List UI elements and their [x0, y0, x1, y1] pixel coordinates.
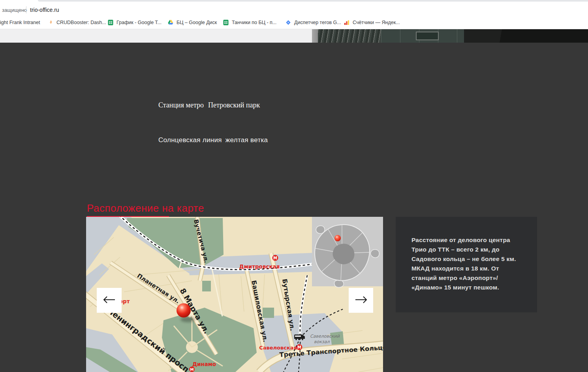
distance-info-box: Расстояние от делового центра Трио до ТТ… [396, 217, 537, 312]
metro-line-row: Солнцевская линия желтая ветка [158, 136, 268, 144]
building-wall [312, 29, 318, 43]
svg-text:вокзал: вокзал [314, 339, 330, 344]
train-icon [294, 334, 305, 340]
google-sheets-icon [223, 19, 229, 26]
minimap-marker [334, 235, 341, 241]
metro-icon-dinamo: М [189, 366, 195, 372]
next-slide-button[interactable] [349, 288, 373, 313]
url-text[interactable]: trio-office.ru [30, 7, 59, 13]
metro-station-value: Петровский парк [208, 101, 260, 109]
distance-info-text: Расстояние от делового центра Трио до ТТ… [411, 235, 523, 292]
yandex-metrica-icon [344, 19, 350, 26]
tab-strip-shade [38, 0, 588, 2]
location-marker [177, 303, 191, 318]
station-label-dinamo: Динамо [192, 361, 216, 367]
prev-slide-button[interactable] [97, 288, 122, 313]
minimap-inset [312, 217, 383, 287]
metro-line-label: Солнцевская линия [158, 136, 222, 144]
svg-text:М: М [297, 345, 301, 349]
tab-strip [0, 0, 588, 5]
hero-strip [0, 29, 588, 43]
bookmarks-bar: ight Frank Intranet CRUDBooster: Dash...… [0, 16, 588, 29]
google-sheets-icon [107, 19, 114, 26]
station-label-dmitrovskaya: Дмитровская [239, 263, 280, 270]
bookmark-tanchiki[interactable]: Танчики по БЦ - п... [223, 16, 276, 29]
bookmark-yandex-metrica[interactable]: Счётчики — Яндек... [344, 16, 400, 29]
arrow-left-icon [103, 296, 116, 305]
bookmark-knight-frank[interactable]: ight Frank Intranet [0, 16, 40, 29]
bookmark-crudbooster[interactable]: CRUDBooster: Dash... [47, 16, 106, 29]
building-window [416, 32, 439, 40]
station-label-savelovskaya: Савеловская [259, 345, 297, 351]
page-content: Станция метро Петровский парк Солнцевска… [0, 43, 588, 372]
building-facade-stripes [318, 29, 381, 43]
bookmark-google-drive[interactable]: БЦ – Google Диск [167, 16, 217, 29]
browser-chrome: защищено trio-office.ru ight Frank Intra… [0, 0, 588, 29]
browser-window: защищено trio-office.ru ight Frank Intra… [0, 0, 588, 372]
svg-text:М: М [273, 256, 277, 260]
metro-line-value: желтая ветка [225, 136, 268, 144]
building-shadow [464, 29, 588, 43]
section-title: Расположение на карте [87, 202, 204, 214]
security-chip[interactable]: защищено [2, 7, 27, 13]
marker-shadow [180, 317, 195, 322]
svg-text:Савеловский: Савеловский [310, 334, 340, 339]
arrow-right-icon [354, 296, 368, 305]
address-separator [26, 6, 26, 13]
google-drive-icon [167, 19, 174, 26]
svg-text:М: М [190, 367, 193, 372]
map-svg: Вучетича ул. Планетная ул. 8 Марта ул. Б… [86, 217, 383, 372]
address-bar[interactable]: защищено trio-office.ru [0, 5, 588, 16]
flame-icon [47, 19, 54, 26]
metro-icon-dmitrovskaya: М [272, 255, 278, 261]
bookmark-grafik-google[interactable]: График - Google T... [107, 16, 162, 29]
map-image: Вучетича ул. Планетная ул. 8 Марта ул. Б… [86, 217, 383, 372]
building-photo [312, 29, 588, 43]
metro-station-row: Станция метро Петровский парк [158, 101, 260, 109]
metro-station-label: Станция метро [158, 101, 204, 109]
tag-manager-icon [285, 19, 291, 26]
metro-icon-savelovskaya: М [297, 344, 302, 350]
bookmark-tag-manager[interactable]: Диспетчер тегов G... [285, 16, 341, 29]
